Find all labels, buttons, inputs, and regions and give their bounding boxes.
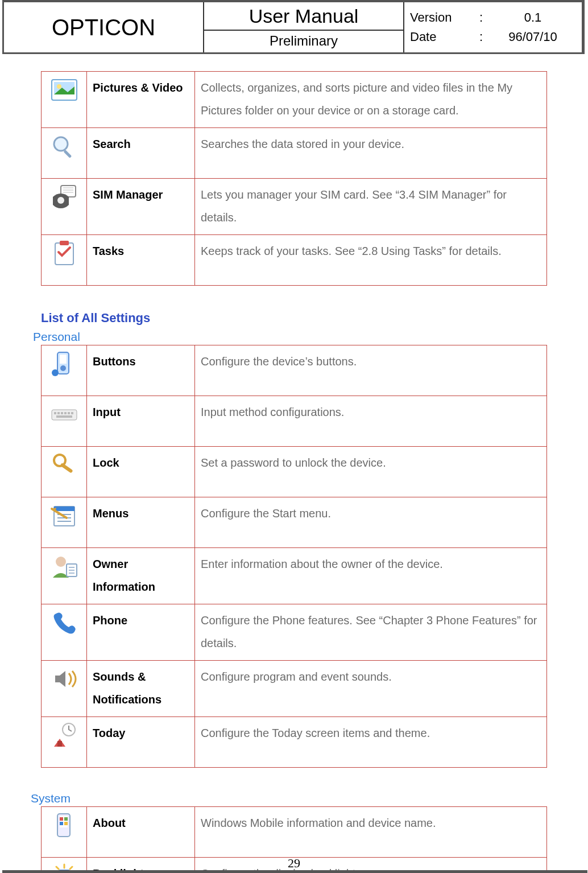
table-row: Sounds & Notifications Configure program… xyxy=(42,661,547,717)
svg-rect-31 xyxy=(60,817,63,821)
svg-point-2 xyxy=(57,84,61,89)
menus-icon xyxy=(49,502,79,529)
input-icon xyxy=(49,401,79,428)
table-row: About Windows Mobile information and dev… xyxy=(42,807,547,858)
svg-point-6 xyxy=(57,197,64,204)
program-name: Pictures & Video xyxy=(87,72,195,128)
svg-rect-32 xyxy=(64,817,68,821)
settings-personal-heading: Personal xyxy=(33,330,547,344)
setting-desc: Set a password to unlock the device. xyxy=(195,447,547,497)
svg-rect-10 xyxy=(60,355,67,364)
today-icon xyxy=(49,722,79,749)
program-desc: Keeps track of your tasks. See “2.8 Usin… xyxy=(195,235,547,286)
svg-rect-34 xyxy=(64,822,68,825)
svg-rect-13 xyxy=(52,410,77,420)
setting-name: About xyxy=(87,807,195,858)
buttons-icon xyxy=(49,350,79,377)
setting-name: Input xyxy=(87,396,195,447)
program-name: Tasks xyxy=(87,235,195,286)
sim-manager-icon xyxy=(49,183,79,211)
svg-rect-20 xyxy=(56,415,72,418)
table-row: Tasks Keeps track of your tasks. See “2.… xyxy=(42,235,547,286)
pictures-icon xyxy=(49,76,79,104)
svg-rect-14 xyxy=(54,412,56,414)
setting-name: Owner Information xyxy=(87,548,195,604)
table-row: Phone Configure the Phone features. See … xyxy=(42,604,547,661)
setting-name: Buttons xyxy=(87,345,195,396)
manual-title: User Manual xyxy=(204,2,403,31)
table-row: Input Input method configurations. xyxy=(42,396,547,447)
table-row: SIM Manager Lets you manager your SIM ca… xyxy=(42,179,547,235)
program-desc: Collects, organizes, and sorts picture a… xyxy=(195,72,547,128)
version-label: Version xyxy=(410,10,473,25)
table-row: Today Configure the Today screen items a… xyxy=(42,717,547,768)
program-name: SIM Manager xyxy=(87,179,195,235)
svg-rect-22 xyxy=(60,463,73,473)
lock-icon xyxy=(49,451,79,479)
svg-rect-24 xyxy=(54,506,74,511)
setting-desc: Windows Mobile information and device na… xyxy=(195,807,547,858)
program-desc: Searches the data stored in your device. xyxy=(195,128,547,179)
svg-rect-33 xyxy=(60,822,63,825)
svg-rect-19 xyxy=(71,412,73,414)
svg-rect-8 xyxy=(60,241,69,245)
footer-rule xyxy=(2,870,587,873)
date-colon: : xyxy=(473,30,490,44)
setting-name: Sounds & Notifications xyxy=(87,661,195,717)
table-row: Lock Set a password to unlock the device… xyxy=(42,447,547,497)
settings-personal-table: Buttons Configure the device’s buttons. … xyxy=(41,345,547,768)
setting-desc: Configure the Phone features. See “Chapt… xyxy=(195,604,547,661)
svg-rect-15 xyxy=(57,412,60,414)
table-row: Buttons Configure the device’s buttons. xyxy=(42,345,547,396)
svg-rect-17 xyxy=(64,412,67,414)
settings-heading: List of All Settings xyxy=(41,311,547,326)
settings-system-heading: System xyxy=(31,792,547,805)
setting-desc: Configure program and event sounds. xyxy=(195,661,547,717)
sounds-icon xyxy=(49,665,79,693)
doc-meta: Version : 0.1 Date : 96/07/10 xyxy=(404,2,582,52)
setting-name: Menus xyxy=(87,497,195,548)
svg-point-12 xyxy=(52,369,59,376)
table-row: Pictures & Video Collects, organizes, an… xyxy=(42,72,547,128)
setting-name: Phone xyxy=(87,604,195,661)
about-icon xyxy=(49,812,79,839)
svg-rect-16 xyxy=(61,412,63,414)
date-value: 96/07/10 xyxy=(490,30,576,44)
setting-name: Lock xyxy=(87,447,195,497)
owner-info-icon xyxy=(49,553,79,580)
manual-subtitle: Preliminary xyxy=(204,31,403,52)
phone-icon xyxy=(49,609,79,636)
setting-name: Today xyxy=(87,717,195,768)
programs-table: Pictures & Video Collects, organizes, an… xyxy=(41,71,547,286)
document-header: OPTICON User Manual Preliminary Version … xyxy=(2,0,585,54)
setting-desc: Configure the Today screen items and the… xyxy=(195,717,547,768)
tasks-icon xyxy=(49,240,79,267)
svg-rect-28 xyxy=(57,741,62,747)
version-colon: : xyxy=(473,10,490,25)
svg-rect-4 xyxy=(63,150,72,158)
table-row: Search Searches the data stored in your … xyxy=(42,128,547,179)
table-row: Menus Configure the Start menu. xyxy=(42,497,547,548)
setting-desc: Configure the Start menu. xyxy=(195,497,547,548)
company-name: OPTICON xyxy=(4,2,204,52)
program-desc: Lets you manager your SIM card. See “3.4… xyxy=(195,179,547,235)
setting-desc: Input method configurations. xyxy=(195,396,547,447)
setting-desc: Enter information about the owner of the… xyxy=(195,548,547,604)
search-icon xyxy=(49,133,79,160)
setting-desc: Configure the device’s buttons. xyxy=(195,345,547,396)
svg-point-11 xyxy=(60,365,66,371)
version-value: 0.1 xyxy=(490,10,576,25)
svg-rect-18 xyxy=(68,412,70,414)
date-label: Date xyxy=(410,30,473,44)
title-column: User Manual Preliminary xyxy=(204,2,404,52)
svg-point-3 xyxy=(54,137,68,151)
svg-point-25 xyxy=(56,557,66,567)
page-number: 29 xyxy=(0,856,588,871)
program-name: Search xyxy=(87,128,195,179)
table-row: Owner Information Enter information abou… xyxy=(42,548,547,604)
